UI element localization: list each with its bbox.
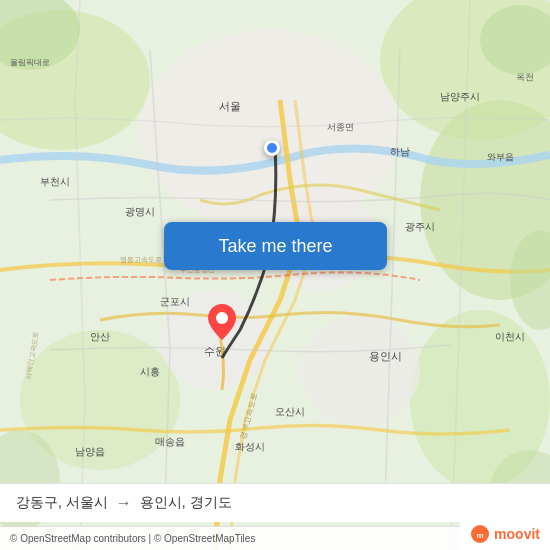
svg-text:서종면: 서종면 <box>327 122 354 132</box>
attribution-text: © OpenStreetMap contributors | © OpenStr… <box>10 533 255 544</box>
svg-text:안산: 안산 <box>90 331 110 342</box>
svg-text:부천시: 부천시 <box>40 176 70 187</box>
map-container: 경부고속도로 영동고속도로 서해안고속도로 수인분당선 서울 부천시 광명시 안… <box>0 0 550 550</box>
moovit-icon: m <box>470 524 490 544</box>
svg-text:서울: 서울 <box>219 100 241 112</box>
svg-text:화성시: 화성시 <box>235 441 265 452</box>
svg-point-9 <box>300 315 420 425</box>
route-info-bar: 강동구, 서울시 → 용인시, 경기도 <box>0 483 550 522</box>
svg-text:시흥: 시흥 <box>140 366 160 377</box>
svg-text:광명시: 광명시 <box>125 206 155 217</box>
moovit-text: moovit <box>494 526 540 542</box>
route-origin: 강동구, 서울시 <box>16 494 108 512</box>
svg-point-6 <box>140 30 400 230</box>
svg-text:하남: 하남 <box>390 146 410 157</box>
svg-text:광주시: 광주시 <box>405 221 435 232</box>
svg-text:m: m <box>477 531 484 540</box>
map-svg: 경부고속도로 영동고속도로 서해안고속도로 수인분당선 서울 부천시 광명시 안… <box>0 0 550 550</box>
svg-text:군포시: 군포시 <box>160 296 190 307</box>
svg-text:오산시: 오산시 <box>275 406 305 417</box>
svg-text:와부읍: 와부읍 <box>487 152 514 162</box>
svg-text:남양주시: 남양주시 <box>440 91 480 102</box>
destination-marker <box>208 304 236 340</box>
take-me-there-button[interactable]: Take me there <box>164 222 387 270</box>
route-destination: 용인시, 경기도 <box>140 494 232 512</box>
moovit-logo: m moovit <box>460 518 550 550</box>
svg-text:매송읍: 매송읍 <box>155 436 185 447</box>
svg-text:올림픽대로: 올림픽대로 <box>10 58 50 67</box>
svg-text:이천시: 이천시 <box>495 331 525 342</box>
route-arrow-icon: → <box>116 494 132 512</box>
svg-text:남양읍: 남양읍 <box>75 446 105 457</box>
svg-text:영동고속도로: 영동고속도로 <box>120 256 162 264</box>
svg-text:용인시: 용인시 <box>369 350 402 362</box>
svg-point-41 <box>216 312 228 324</box>
origin-location-dot <box>264 140 280 156</box>
